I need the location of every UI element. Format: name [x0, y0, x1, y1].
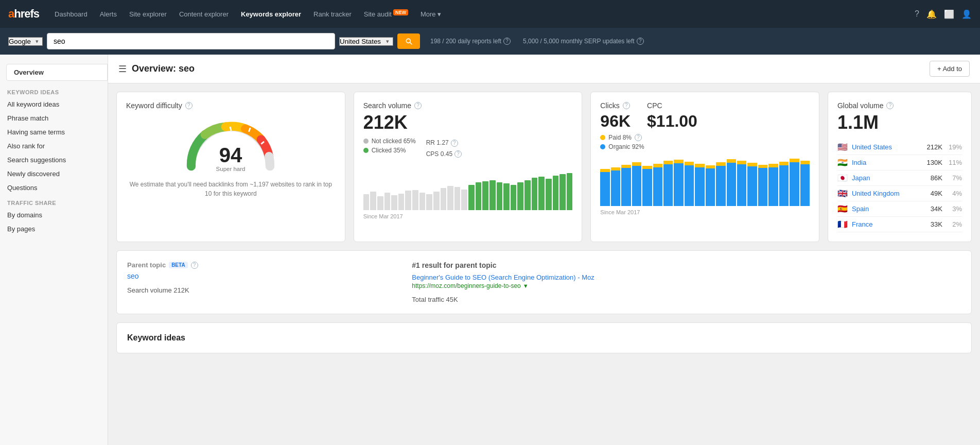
add-to-button[interactable]: + Add to	[930, 61, 970, 77]
result-url-link[interactable]: https://moz.com/beginners-guide-to-seo	[412, 282, 520, 289]
fr-pct: 2%	[947, 220, 962, 228]
us-flag: 🇺🇸	[837, 142, 848, 152]
total-traffic: Total traffic 45K	[412, 296, 961, 303]
keyword-ideas-section-title: KEYWORD IDEAS	[0, 84, 108, 97]
monthly-reports-help[interactable]: ?	[637, 38, 644, 45]
rr-help-icon[interactable]: ?	[451, 140, 458, 147]
es-country-name[interactable]: Spain	[852, 205, 918, 213]
sv-bar	[405, 191, 411, 210]
nav-site-audit[interactable]: Site auditNEW	[359, 7, 413, 21]
in-flag: 🇮🇳	[837, 158, 848, 167]
cpc-value: $11.00	[647, 112, 697, 131]
nav-alerts[interactable]: Alerts	[95, 7, 122, 21]
cc-bar-group	[685, 162, 694, 206]
paid-text: Paid 8%	[608, 134, 632, 141]
sidebar-item-all-keyword-ideas[interactable]: All keyword ideas	[0, 97, 108, 111]
paid-organic-stats: Paid 8% ? Organic 92%	[600, 134, 810, 150]
paid-bar	[800, 161, 810, 164]
paid-help-icon[interactable]: ?	[635, 134, 642, 141]
pt-help-icon[interactable]: ?	[191, 262, 198, 269]
organic-bar	[716, 166, 725, 206]
organic-bar	[685, 165, 694, 206]
gv-help-icon[interactable]: ?	[886, 102, 894, 109]
cc-bar-group	[695, 164, 704, 206]
es-flag: 🇪🇸	[837, 204, 848, 214]
organic-bar	[642, 169, 652, 206]
nav-dashboard[interactable]: Dashboard	[49, 7, 93, 21]
help-icon[interactable]: ?	[915, 9, 919, 19]
country-select[interactable]: United States India Japan	[339, 37, 393, 46]
sv-bar-green	[511, 185, 517, 211]
svg-text:Super hard: Super hard	[216, 166, 246, 172]
fr-country-name[interactable]: France	[852, 220, 918, 228]
organic-bar	[758, 168, 767, 206]
menu-toggle-icon[interactable]: ☰	[118, 63, 127, 75]
keyword-search-input[interactable]	[47, 33, 335, 49]
sidebar-item-also-rank-for[interactable]: Also rank for	[0, 139, 108, 153]
result-title-link[interactable]: Beginner's Guide to SEO (Search Engine O…	[412, 273, 594, 281]
sidebar-item-by-domains[interactable]: By domains	[0, 208, 108, 222]
search-button[interactable]	[397, 33, 420, 49]
user-icon[interactable]: 👤	[961, 9, 972, 19]
gb-volume: 49K	[922, 190, 942, 197]
sv-card-title: Search volume ?	[363, 101, 573, 110]
gb-flag: 🇬🇧	[837, 189, 848, 198]
ahrefs-logo[interactable]: ahrefs	[8, 7, 39, 21]
nav-keywords-explorer[interactable]: Keywords explorer	[236, 7, 306, 21]
search-icon	[405, 37, 413, 45]
nav-content-explorer[interactable]: Content explorer	[174, 7, 234, 21]
engine-select-wrapper[interactable]: Google Bing	[8, 37, 43, 46]
traffic-share-section-title: TRAFFIC SHARE	[0, 195, 108, 208]
svg-text:94: 94	[219, 144, 242, 167]
sv-bar	[441, 188, 447, 210]
cc-bar-group	[737, 161, 746, 206]
fr-flag: 🇫🇷	[837, 219, 848, 229]
cc-bar-group	[642, 166, 652, 206]
daily-reports-help[interactable]: ?	[503, 38, 511, 45]
organic-bar	[600, 172, 609, 206]
country-list: 🇺🇸 United States 212K 19% 🇮🇳 India 130K …	[837, 140, 962, 232]
sidebar: Overview KEYWORD IDEAS All keyword ideas…	[0, 55, 108, 445]
url-dropdown-icon[interactable]: ▼	[523, 283, 529, 289]
sidebar-item-questions[interactable]: Questions	[0, 181, 108, 195]
search-engine-select[interactable]: Google Bing	[8, 37, 43, 46]
result-url: https://moz.com/beginners-guide-to-seo ▼	[412, 282, 961, 289]
organic-bar	[695, 167, 704, 206]
organic-bar	[621, 168, 631, 206]
sv-bar	[398, 194, 405, 210]
clicks-card: Clicks ? 96K CPC $11.00 Paid 8% ?	[590, 92, 819, 242]
search-volume-card: Search volume ? 212K Not clicked 65% Cli…	[354, 92, 583, 242]
nav-more[interactable]: More ▾	[415, 7, 446, 21]
jp-country-name[interactable]: Japan	[852, 174, 918, 182]
country-select-wrapper[interactable]: United States India Japan	[339, 37, 393, 46]
sidebar-item-phrase-match[interactable]: Phrase match	[0, 111, 108, 125]
sidebar-item-by-pages[interactable]: By pages	[0, 222, 108, 236]
nav-site-explorer[interactable]: Site explorer	[124, 7, 172, 21]
sv-help-icon[interactable]: ?	[414, 102, 422, 109]
nav-rank-tracker[interactable]: Rank tracker	[308, 7, 357, 21]
overview-tab[interactable]: Overview	[6, 64, 108, 81]
clicks-help-icon[interactable]: ?	[623, 102, 630, 109]
content-header: ☰ Overview: seo + Add to	[108, 55, 980, 83]
cps-help-icon[interactable]: ?	[454, 150, 462, 158]
pt-keyword-link[interactable]: seo	[127, 272, 139, 280]
organic-bar	[706, 168, 715, 206]
kd-description: We estimate that you'll need backlinks f…	[126, 180, 336, 198]
screen-icon[interactable]: ⬜	[944, 9, 954, 19]
gb-country-name[interactable]: United Kingdom	[852, 190, 918, 197]
paid-bar	[685, 162, 694, 165]
kd-help-icon[interactable]: ?	[185, 102, 192, 109]
sv-bar	[447, 186, 453, 210]
sv-bar-green	[524, 180, 531, 211]
paid-dot	[600, 135, 605, 140]
gv-title-text: Global volume	[837, 101, 884, 110]
sidebar-item-newly-discovered[interactable]: Newly discovered	[0, 167, 108, 181]
cc-bar-group	[747, 163, 757, 206]
us-country-name[interactable]: United States	[852, 143, 918, 151]
keyword-ideas-title-text: Keyword ideas	[127, 333, 185, 342]
sv-bar-green	[497, 182, 503, 210]
sidebar-item-having-same-terms[interactable]: Having same terms	[0, 125, 108, 139]
sidebar-item-search-suggestions[interactable]: Search suggestions	[0, 153, 108, 167]
in-country-name[interactable]: India	[852, 159, 918, 166]
notifications-icon[interactable]: 🔔	[926, 9, 937, 19]
